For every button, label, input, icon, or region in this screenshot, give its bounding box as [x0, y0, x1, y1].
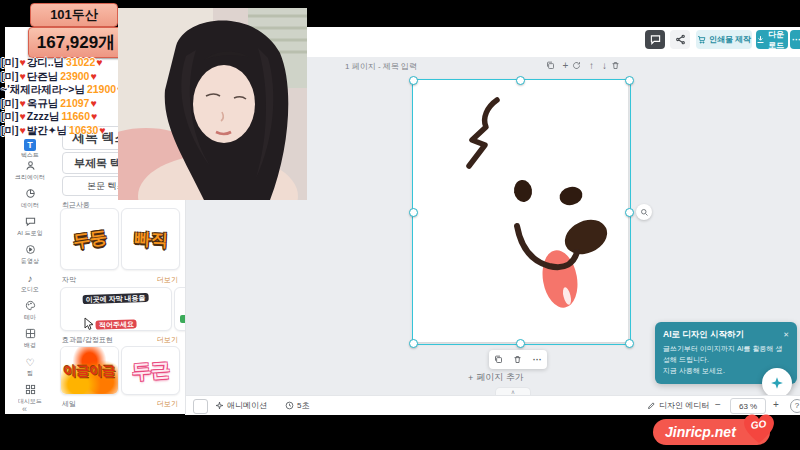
tooltip-title: AI로 디자인 시작하기 — [663, 329, 744, 341]
rail-collapse-button[interactable]: « — [22, 404, 27, 414]
rail-item-dashboard[interactable]: 대시보드 — [5, 384, 55, 410]
caption-template[interactable]: 이곳에 자막 내용을 적어주세요 — [60, 287, 172, 331]
rail-item-creator[interactable]: 크리에이터 — [5, 160, 55, 186]
rail-label: 찜 — [7, 369, 53, 376]
sticker-dudung[interactable]: 두둥 — [60, 208, 119, 270]
zoom-percent-sign: % — [750, 402, 757, 411]
rail-item-favorites[interactable]: ♡ 찜 — [5, 356, 55, 382]
animation-icon — [215, 401, 224, 410]
copy-icon[interactable] — [494, 355, 503, 364]
design-editor-toggle[interactable]: 디자인 에디터 — [647, 396, 709, 415]
tooltip-body-2: 지금 사용해 보세요. — [663, 367, 725, 374]
sticker-dugeun[interactable]: 두근 — [121, 346, 180, 395]
rail-item-theme[interactable]: 테마 — [5, 300, 55, 326]
duration-button[interactable]: 5초 — [285, 396, 309, 415]
share-icon — [675, 34, 686, 45]
heart-icon: ♥ — [20, 110, 26, 122]
heart-icon: ♥ — [99, 124, 105, 136]
dog-face-illustration[interactable] — [413, 80, 628, 342]
sfx-more-link[interactable]: 더보기 — [157, 335, 178, 345]
print-production-label: 인쇄물 제작 — [709, 34, 751, 45]
grid-icon — [25, 386, 36, 397]
print-production-button[interactable]: 인쇄물 제작 — [696, 30, 752, 49]
design-editor-label: 디자인 에디터 — [659, 400, 709, 411]
dog-left-eye — [513, 179, 534, 203]
pie-chart-icon — [25, 190, 36, 201]
move-up-icon[interactable]: ↑ — [585, 60, 598, 71]
heart-icon: ♥ — [91, 110, 97, 122]
rail-label: AI 드로잉 — [7, 229, 53, 236]
tooltip-close-icon[interactable]: ✕ — [783, 331, 789, 339]
download-label: 다운로드 — [768, 29, 788, 51]
question-icon: ? — [795, 401, 799, 410]
comment-icon — [650, 34, 661, 45]
sticker-bbajik[interactable]: 빠직 — [121, 208, 180, 270]
duplicate-page-icon[interactable] — [546, 61, 559, 70]
rail-label: 배경 — [7, 341, 53, 348]
count-badge: 167,929개 — [28, 27, 124, 58]
page-title[interactable]: 1 페이지 - 제목 입력 — [345, 61, 417, 72]
section-sale-label: 세일 — [62, 399, 76, 409]
rail-item-background[interactable]: 배경 — [5, 328, 55, 354]
section-sfx: 효과음/감정표현 더보기 — [62, 335, 178, 345]
rail-label: 대시보드 — [7, 397, 53, 404]
comment-button[interactable] — [645, 30, 665, 49]
zoom-value: 63 — [739, 402, 748, 411]
sticker-fire[interactable]: 이글이글 — [60, 346, 119, 395]
rail-item-video[interactable]: 동영상 — [5, 244, 55, 270]
zoom-out-button[interactable]: − — [715, 399, 721, 410]
watermark-go: GO — [750, 418, 767, 431]
rail-label: 동영상 — [7, 257, 53, 264]
heart-icon: ♥ — [90, 70, 96, 82]
webcam-overlay — [118, 8, 307, 200]
clock-icon — [285, 401, 294, 410]
rank-badge: 101두산 — [30, 3, 118, 27]
rail-item-ai-drawing[interactable]: AI 드로잉 — [5, 216, 55, 242]
delete-page-icon[interactable] — [611, 61, 624, 70]
add-page-button[interactable]: + 페이지 추가 — [468, 371, 524, 384]
ai-assistant-fab[interactable] — [762, 368, 792, 398]
trash-icon[interactable] — [513, 355, 522, 364]
animation-button[interactable]: 애니메이션 — [215, 396, 267, 415]
header-more-button[interactable]: ··· — [790, 30, 800, 49]
add-page-label: 페이지 추가 — [476, 371, 524, 384]
page-thumb-checkbox[interactable] — [193, 399, 208, 414]
heart-icon: ♡ — [26, 357, 35, 368]
cart-icon — [697, 35, 706, 44]
section-sfx-label: 효과음/감정표현 — [62, 335, 113, 345]
dog-nose — [559, 213, 612, 260]
watermark-site: Jinricp.net — [665, 424, 736, 440]
rail-item-data[interactable]: 데이터 — [5, 188, 55, 214]
rail-item-audio[interactable]: ♪ 오디오 — [5, 272, 55, 298]
move-down-icon[interactable]: ↓ — [598, 60, 611, 71]
magnifier-icon — [640, 208, 649, 217]
caption-template-partial[interactable] — [174, 287, 186, 331]
text-tool-icon: T — [24, 139, 36, 151]
screenshot-root: 인쇄물 제작 다운로드 ··· 1 페이지 - 제목 입력 + ↑ ↓ — [0, 0, 800, 450]
timeline-bar: 애니메이션 5초 디자인 에디터 − 63 % + ? — [185, 395, 800, 415]
zoom-in-button[interactable]: + — [773, 399, 779, 410]
more-icon: ··· — [792, 35, 800, 45]
zoom-to-fit-button[interactable] — [636, 204, 652, 220]
rail-label: 데이터 — [7, 201, 53, 208]
music-note-icon: ♪ — [28, 273, 33, 284]
rail-label: 크리에이터 — [7, 173, 53, 180]
share-button[interactable] — [670, 30, 690, 49]
rail-label: 테마 — [7, 313, 53, 320]
help-button[interactable]: ? — [790, 399, 800, 413]
caption-text-dark: 이곳에 자막 내용을 — [83, 293, 149, 304]
add-page-icon[interactable]: + — [559, 60, 572, 71]
animation-label: 애니메이션 — [227, 400, 267, 411]
artboard-page-1[interactable] — [413, 80, 628, 342]
heart-icon: ♥ — [96, 56, 102, 68]
caption-more-link[interactable]: 더보기 — [157, 275, 178, 285]
fire-sticker-text: 이글이글 — [64, 362, 116, 380]
page-more-icon[interactable]: ··· — [533, 355, 542, 365]
speech-bubble-icon — [25, 218, 36, 229]
rotate-page-icon[interactable] — [572, 61, 585, 70]
download-button[interactable]: 다운로드 — [756, 30, 788, 49]
rail-label: 오디오 — [7, 285, 53, 292]
checkerboard-icon — [25, 330, 36, 341]
sale-more-link[interactable]: 더보기 — [157, 399, 178, 409]
rail-label: 텍스트 — [7, 151, 53, 158]
